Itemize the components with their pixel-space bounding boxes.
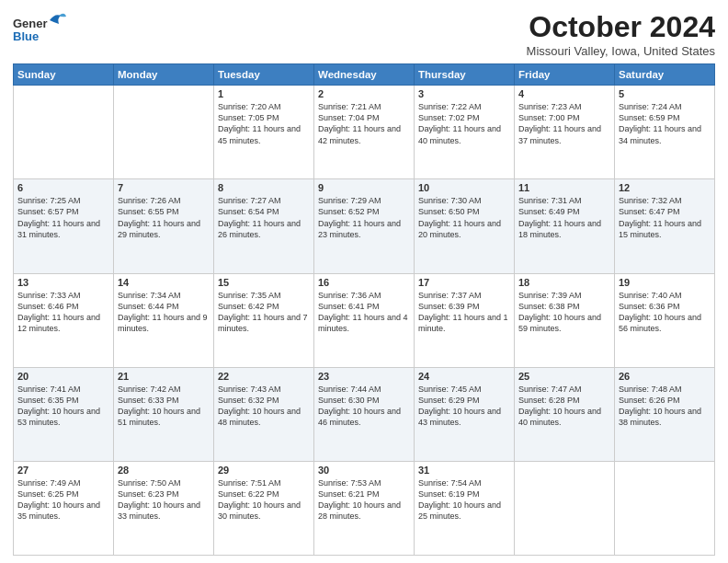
month-title: October 2024 bbox=[527, 11, 715, 43]
day-number: 30 bbox=[318, 465, 410, 476]
day-number: 7 bbox=[118, 182, 210, 193]
svg-text:General: General bbox=[13, 17, 48, 30]
day-number: 11 bbox=[518, 182, 610, 193]
cell-details: Sunrise: 7:47 AMSunset: 6:28 PMDaylight:… bbox=[518, 384, 610, 429]
day-number: 19 bbox=[619, 277, 711, 288]
calendar-cell: 13Sunrise: 7:33 AMSunset: 6:46 PMDayligh… bbox=[14, 273, 114, 367]
day-header-thursday: Thursday bbox=[415, 64, 515, 86]
calendar-cell: 1Sunrise: 7:20 AMSunset: 7:05 PMDaylight… bbox=[214, 86, 314, 179]
day-number: 17 bbox=[418, 277, 510, 288]
location: Missouri Valley, Iowa, United States bbox=[527, 44, 715, 58]
calendar-cell: 12Sunrise: 7:32 AMSunset: 6:47 PMDayligh… bbox=[615, 179, 715, 273]
page: General Blue October 2024 Missouri Valle… bbox=[0, 0, 728, 563]
header: General Blue October 2024 Missouri Valle… bbox=[13, 11, 715, 58]
day-header-monday: Monday bbox=[114, 64, 214, 86]
day-number: 27 bbox=[17, 465, 109, 476]
day-header-saturday: Saturday bbox=[615, 64, 715, 86]
cell-details: Sunrise: 7:36 AMSunset: 6:41 PMDaylight:… bbox=[318, 290, 410, 335]
cell-details: Sunrise: 7:25 AMSunset: 6:57 PMDaylight:… bbox=[17, 195, 109, 240]
day-number: 5 bbox=[619, 88, 711, 99]
cell-details: Sunrise: 7:39 AMSunset: 6:38 PMDaylight:… bbox=[518, 290, 610, 335]
day-header-wednesday: Wednesday bbox=[314, 64, 415, 86]
cell-details: Sunrise: 7:48 AMSunset: 6:26 PMDaylight:… bbox=[619, 384, 711, 429]
calendar-cell: 20Sunrise: 7:41 AMSunset: 6:35 PMDayligh… bbox=[14, 367, 114, 461]
cell-details: Sunrise: 7:34 AMSunset: 6:44 PMDaylight:… bbox=[118, 290, 210, 335]
cell-details: Sunrise: 7:30 AMSunset: 6:50 PMDaylight:… bbox=[418, 195, 510, 240]
cell-details: Sunrise: 7:29 AMSunset: 6:52 PMDaylight:… bbox=[318, 195, 410, 240]
day-number: 14 bbox=[118, 277, 210, 288]
calendar-cell: 6Sunrise: 7:25 AMSunset: 6:57 PMDaylight… bbox=[14, 179, 114, 273]
logo: General Blue bbox=[13, 11, 66, 46]
day-number: 1 bbox=[218, 88, 310, 99]
day-number: 13 bbox=[17, 277, 109, 288]
day-number: 26 bbox=[619, 371, 711, 382]
calendar-cell: 29Sunrise: 7:51 AMSunset: 6:22 PMDayligh… bbox=[214, 461, 314, 555]
calendar-cell: 22Sunrise: 7:43 AMSunset: 6:32 PMDayligh… bbox=[214, 367, 314, 461]
calendar-cell: 16Sunrise: 7:36 AMSunset: 6:41 PMDayligh… bbox=[314, 273, 415, 367]
calendar-cell bbox=[615, 461, 715, 555]
day-number: 16 bbox=[318, 277, 410, 288]
day-header-sunday: Sunday bbox=[14, 64, 114, 86]
calendar-cell: 5Sunrise: 7:24 AMSunset: 6:59 PMDaylight… bbox=[615, 86, 715, 179]
calendar-cell: 25Sunrise: 7:47 AMSunset: 6:28 PMDayligh… bbox=[515, 367, 615, 461]
calendar-cell: 2Sunrise: 7:21 AMSunset: 7:04 PMDaylight… bbox=[314, 86, 415, 179]
calendar-cell: 26Sunrise: 7:48 AMSunset: 6:26 PMDayligh… bbox=[615, 367, 715, 461]
day-number: 3 bbox=[418, 88, 510, 99]
cell-details: Sunrise: 7:22 AMSunset: 7:02 PMDaylight:… bbox=[418, 101, 510, 146]
calendar-cell: 4Sunrise: 7:23 AMSunset: 7:00 PMDaylight… bbox=[515, 86, 615, 179]
day-number: 8 bbox=[218, 182, 310, 193]
cell-details: Sunrise: 7:20 AMSunset: 7:05 PMDaylight:… bbox=[218, 101, 310, 146]
cell-details: Sunrise: 7:24 AMSunset: 6:59 PMDaylight:… bbox=[619, 101, 711, 146]
cell-details: Sunrise: 7:33 AMSunset: 6:46 PMDaylight:… bbox=[17, 290, 109, 335]
cell-details: Sunrise: 7:45 AMSunset: 6:29 PMDaylight:… bbox=[418, 384, 510, 429]
cell-details: Sunrise: 7:44 AMSunset: 6:30 PMDaylight:… bbox=[318, 384, 410, 429]
cell-details: Sunrise: 7:40 AMSunset: 6:36 PMDaylight:… bbox=[619, 290, 711, 335]
cell-details: Sunrise: 7:32 AMSunset: 6:47 PMDaylight:… bbox=[619, 195, 711, 240]
day-number: 21 bbox=[118, 371, 210, 382]
cell-details: Sunrise: 7:54 AMSunset: 6:19 PMDaylight:… bbox=[418, 477, 510, 523]
cell-details: Sunrise: 7:41 AMSunset: 6:35 PMDaylight:… bbox=[17, 384, 109, 429]
calendar-cell: 31Sunrise: 7:54 AMSunset: 6:19 PMDayligh… bbox=[415, 461, 515, 555]
calendar-cell: 18Sunrise: 7:39 AMSunset: 6:38 PMDayligh… bbox=[515, 273, 615, 367]
calendar-cell: 11Sunrise: 7:31 AMSunset: 6:49 PMDayligh… bbox=[515, 179, 615, 273]
day-number: 28 bbox=[118, 465, 210, 476]
day-header-friday: Friday bbox=[515, 64, 615, 86]
calendar-cell: 27Sunrise: 7:49 AMSunset: 6:25 PMDayligh… bbox=[14, 461, 114, 555]
title-block: October 2024 Missouri Valley, Iowa, Unit… bbox=[527, 11, 715, 58]
day-number: 29 bbox=[218, 465, 310, 476]
calendar-table: SundayMondayTuesdayWednesdayThursdayFrid… bbox=[13, 63, 715, 556]
day-number: 4 bbox=[518, 88, 610, 99]
cell-details: Sunrise: 7:31 AMSunset: 6:49 PMDaylight:… bbox=[518, 195, 610, 240]
day-number: 22 bbox=[218, 371, 310, 382]
cell-details: Sunrise: 7:49 AMSunset: 6:25 PMDaylight:… bbox=[17, 477, 109, 523]
calendar-cell: 23Sunrise: 7:44 AMSunset: 6:30 PMDayligh… bbox=[314, 367, 415, 461]
calendar-cell: 8Sunrise: 7:27 AMSunset: 6:54 PMDaylight… bbox=[214, 179, 314, 273]
calendar-cell: 24Sunrise: 7:45 AMSunset: 6:29 PMDayligh… bbox=[415, 367, 515, 461]
day-number: 25 bbox=[518, 371, 610, 382]
day-number: 24 bbox=[418, 371, 510, 382]
day-number: 2 bbox=[318, 88, 410, 99]
calendar-cell: 3Sunrise: 7:22 AMSunset: 7:02 PMDaylight… bbox=[415, 86, 515, 179]
day-number: 23 bbox=[318, 371, 410, 382]
svg-text:Blue: Blue bbox=[13, 29, 39, 43]
day-number: 31 bbox=[418, 465, 510, 476]
cell-details: Sunrise: 7:23 AMSunset: 7:00 PMDaylight:… bbox=[518, 101, 610, 146]
calendar-cell: 10Sunrise: 7:30 AMSunset: 6:50 PMDayligh… bbox=[415, 179, 515, 273]
calendar-cell bbox=[114, 86, 214, 179]
day-number: 18 bbox=[518, 277, 610, 288]
cell-details: Sunrise: 7:42 AMSunset: 6:33 PMDaylight:… bbox=[118, 384, 210, 429]
cell-details: Sunrise: 7:50 AMSunset: 6:23 PMDaylight:… bbox=[118, 477, 210, 523]
cell-details: Sunrise: 7:53 AMSunset: 6:21 PMDaylight:… bbox=[318, 477, 410, 523]
calendar-cell bbox=[14, 86, 114, 179]
day-number: 10 bbox=[418, 182, 510, 193]
logo-bird-icon bbox=[48, 11, 66, 29]
day-number: 15 bbox=[218, 277, 310, 288]
calendar-cell: 28Sunrise: 7:50 AMSunset: 6:23 PMDayligh… bbox=[114, 461, 214, 555]
day-number: 6 bbox=[17, 182, 109, 193]
cell-details: Sunrise: 7:35 AMSunset: 6:42 PMDaylight:… bbox=[218, 290, 310, 335]
cell-details: Sunrise: 7:26 AMSunset: 6:55 PMDaylight:… bbox=[118, 195, 210, 240]
logo-icon: General Blue bbox=[13, 11, 48, 46]
calendar-cell: 7Sunrise: 7:26 AMSunset: 6:55 PMDaylight… bbox=[114, 179, 214, 273]
calendar-cell: 14Sunrise: 7:34 AMSunset: 6:44 PMDayligh… bbox=[114, 273, 214, 367]
calendar-cell: 9Sunrise: 7:29 AMSunset: 6:52 PMDaylight… bbox=[314, 179, 415, 273]
